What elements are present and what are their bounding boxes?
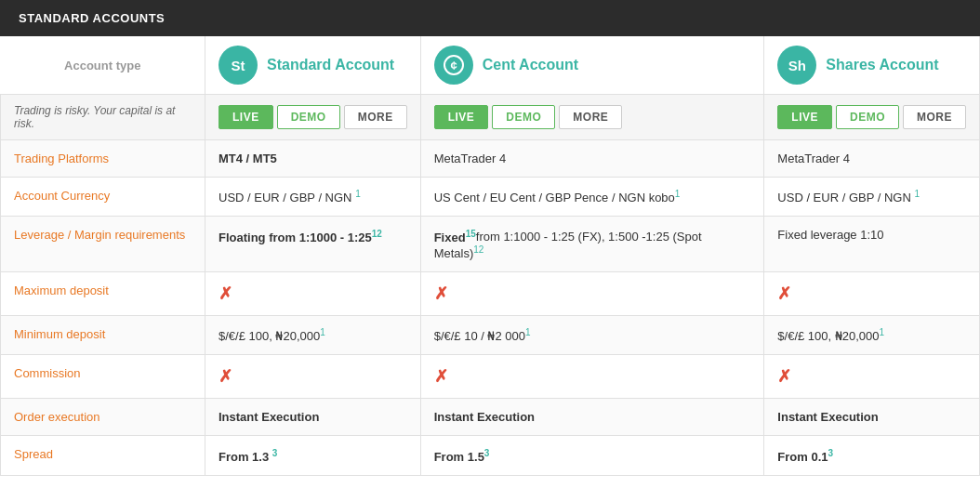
spread-shares: From 0.13 bbox=[764, 436, 980, 475]
buttons-row: Trading is risky. Your capital is at ris… bbox=[1, 95, 980, 140]
cent-account-name: Cent Account bbox=[483, 57, 578, 73]
standard-account-icon: St bbox=[219, 46, 258, 85]
max-deposit-row: Maximum deposit ✗ ✗ ✗ bbox=[1, 271, 980, 315]
shares-live-button[interactable]: LIVE bbox=[777, 105, 832, 129]
account-type-row: Account type St Standard Account ¢ Cent … bbox=[1, 36, 980, 95]
max-deposit-label: Maximum deposit bbox=[1, 271, 205, 315]
cent-live-button[interactable]: LIVE bbox=[434, 105, 489, 129]
leverage-std: Floating from 1:1000 - 1:2512 bbox=[205, 217, 421, 272]
spread-std: From 1.3 3 bbox=[205, 436, 421, 475]
min-deposit-cent: $/€/£ 10 / ₦2 0001 bbox=[420, 315, 764, 354]
commission-shares: ✗ bbox=[764, 355, 980, 399]
cent-more-button[interactable]: MORE bbox=[559, 105, 622, 129]
min-deposit-row: Minimum deposit $/€/£ 100, ₦20,0001 $/€/… bbox=[1, 315, 980, 354]
order-execution-cent: Instant Execution bbox=[420, 399, 764, 436]
trading-platforms-row: Trading Platforms MT4 / MT5 MetaTrader 4… bbox=[1, 140, 980, 178]
max-deposit-cent: ✗ bbox=[420, 271, 764, 315]
commission-cent: ✗ bbox=[420, 355, 764, 399]
cent-account-icon: ¢ bbox=[434, 46, 473, 85]
shares-buttons: LIVE DEMO MORE bbox=[764, 95, 980, 140]
commission-cent-x: ✗ bbox=[434, 367, 448, 386]
account-currency-shares: USD / EUR / GBP / NGN 1 bbox=[764, 178, 980, 217]
account-currency-row: Account Currency USD / EUR / GBP / NGN 1… bbox=[1, 178, 980, 217]
min-deposit-label: Minimum deposit bbox=[1, 315, 205, 354]
spread-label: Spread bbox=[1, 436, 205, 475]
account-currency-cent: US Cent / EU Cent / GBP Pence / NGN kobo… bbox=[420, 178, 764, 217]
leverage-cent: Fixed15from 1:1000 - 1:25 (FX), 1:500 -1… bbox=[420, 217, 764, 272]
svg-text:¢: ¢ bbox=[450, 59, 457, 73]
order-execution-row: Order execution Instant Execution Instan… bbox=[1, 399, 980, 436]
tab-bar: STANDARD ACCOUNTS bbox=[0, 0, 980, 36]
spread-row: Spread From 1.3 3 From 1.53 From 0.13 bbox=[1, 436, 980, 475]
leverage-row: Leverage / Margin requirements Floating … bbox=[1, 217, 980, 272]
min-deposit-std: $/€/£ 100, ₦20,0001 bbox=[205, 315, 421, 354]
shares-demo-button[interactable]: DEMO bbox=[836, 105, 899, 129]
standard-demo-button[interactable]: DEMO bbox=[277, 105, 340, 129]
warning-text: Trading is risky. Your capital is at ris… bbox=[1, 95, 205, 140]
account-currency-label: Account Currency bbox=[1, 178, 205, 217]
max-deposit-std: ✗ bbox=[205, 271, 421, 315]
commission-row: Commission ✗ ✗ ✗ bbox=[1, 355, 980, 399]
trading-platforms-label: Trading Platforms bbox=[1, 140, 205, 178]
shares-account-name: Shares Account bbox=[826, 57, 938, 73]
shares-account-header: Sh Shares Account bbox=[764, 36, 980, 95]
cent-demo-button[interactable]: DEMO bbox=[492, 105, 555, 129]
max-deposit-cent-x: ✗ bbox=[434, 284, 448, 303]
standard-more-button[interactable]: MORE bbox=[344, 105, 407, 129]
account-currency-std: USD / EUR / GBP / NGN 1 bbox=[205, 178, 421, 217]
cent-account-header: ¢ Cent Account bbox=[420, 36, 764, 95]
shares-account-icon: Sh bbox=[777, 46, 816, 85]
commission-std-x: ✗ bbox=[219, 367, 232, 386]
trading-platforms-cent: MetaTrader 4 bbox=[420, 140, 764, 178]
order-execution-label: Order execution bbox=[1, 399, 205, 436]
account-type-label: Account type bbox=[1, 36, 205, 95]
leverage-shares: Fixed leverage 1:10 bbox=[764, 217, 980, 272]
order-execution-shares: Instant Execution bbox=[764, 399, 980, 436]
standard-live-button[interactable]: LIVE bbox=[219, 105, 273, 129]
leverage-label: Leverage / Margin requirements bbox=[1, 217, 205, 272]
max-deposit-shares-x: ✗ bbox=[777, 284, 791, 303]
min-deposit-shares: $/€/£ 100, ₦20,0001 bbox=[764, 315, 980, 354]
tab-title[interactable]: STANDARD ACCOUNTS bbox=[0, 0, 183, 36]
standard-account-header: St Standard Account bbox=[205, 36, 421, 95]
commission-label: Commission bbox=[1, 355, 205, 399]
commission-shares-x: ✗ bbox=[777, 367, 791, 386]
shares-more-button[interactable]: MORE bbox=[903, 105, 966, 129]
order-execution-std: Instant Execution bbox=[205, 399, 421, 436]
max-deposit-shares: ✗ bbox=[764, 271, 980, 315]
max-deposit-std-x: ✗ bbox=[219, 284, 232, 303]
commission-std: ✗ bbox=[205, 355, 421, 399]
trading-platforms-std: MT4 / MT5 bbox=[205, 140, 421, 178]
trading-platforms-shares: MetaTrader 4 bbox=[764, 140, 980, 178]
spread-cent: From 1.53 bbox=[420, 436, 764, 475]
standard-account-name: Standard Account bbox=[267, 57, 394, 73]
cent-buttons: LIVE DEMO MORE bbox=[420, 95, 764, 140]
standard-buttons: LIVE DEMO MORE bbox=[205, 95, 421, 140]
